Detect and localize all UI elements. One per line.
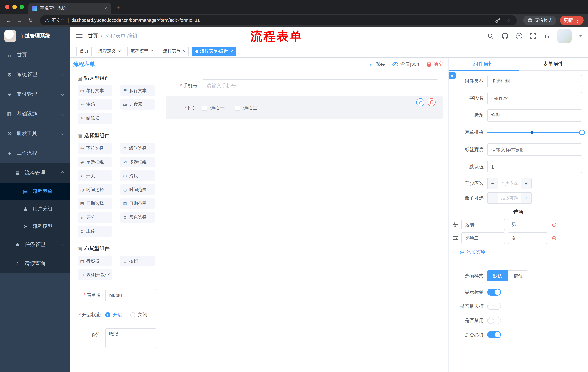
forward-icon[interactable]: → (15, 17, 24, 23)
tag-close-icon[interactable]: × (230, 49, 233, 54)
label-width-input[interactable] (487, 143, 582, 156)
sidebar-item-user-group[interactable]: ♟ 用户分组 (0, 200, 70, 218)
option-value-input[interactable] (508, 232, 547, 244)
chip-date-picker[interactable]: ▦日期选择 (77, 198, 112, 209)
chip-time-picker[interactable]: ◷时间选择 (77, 184, 112, 195)
sidebar-item-dev-tools[interactable]: ⚒ 研发工具 (0, 124, 70, 143)
sidebar-collapse-icon[interactable] (76, 34, 83, 38)
canvas-field-phone[interactable]: 手机号 请输入手机号 (166, 79, 443, 93)
option-value-input[interactable] (508, 219, 547, 230)
title-input[interactable] (487, 109, 582, 122)
copy-component-button[interactable] (416, 98, 424, 106)
browser-update-button[interactable]: 更新 ⋮ (560, 16, 584, 25)
minimize-window-button[interactable] (12, 5, 17, 9)
tag-close-icon[interactable]: × (183, 49, 186, 54)
decrease-button[interactable]: − (488, 192, 498, 203)
browser-menu-icon[interactable]: ⋮ (575, 18, 580, 23)
chip-button[interactable]: ⊡按钮 (120, 255, 155, 266)
sidebar-item-process-model[interactable]: ➤ 流程模型 (0, 218, 70, 235)
back-icon[interactable]: ← (4, 17, 13, 23)
chip-checkbox-group[interactable]: ☑多选框组 (120, 157, 155, 167)
tag-process-model[interactable]: 流程模型 × (127, 46, 157, 56)
avatar-caret-icon[interactable] (579, 35, 582, 37)
reload-icon[interactable]: ↻ (26, 17, 35, 24)
sidebar-item-home[interactable]: ⌂ 首页 (0, 45, 70, 65)
chip-single-line-text[interactable]: ▭单行文本 (77, 85, 112, 96)
chip-date-range[interactable]: ▩日期范围 (120, 198, 155, 209)
sidebar-item-process-form[interactable]: ▤ 流程表单 (0, 183, 70, 200)
avatar[interactable] (557, 29, 572, 43)
sidebar-item-task-management[interactable]: ⋔ 任务管理 (0, 235, 70, 254)
phone-input[interactable]: 请输入手机号 (202, 79, 439, 93)
gender-option2-checkbox[interactable]: 选项二 (235, 105, 258, 111)
chip-editor[interactable]: ✎编辑器 (77, 113, 112, 124)
option-name-input[interactable] (461, 232, 505, 244)
form-grid-slider[interactable] (487, 126, 582, 139)
drag-handle-icon[interactable] (453, 235, 459, 241)
bookmark-star-icon[interactable]: ☆ (505, 17, 512, 24)
slider-handle[interactable] (579, 130, 585, 135)
sidebar-item-payment[interactable]: ¥ 支付管理 (0, 85, 70, 104)
remove-option-icon[interactable]: ⊖ (552, 235, 557, 241)
default-value-input[interactable] (487, 160, 582, 173)
chip-row-container[interactable]: ▤行容器 (77, 255, 112, 266)
max-select-value[interactable]: 最多可选 (498, 192, 521, 203)
sidebar-item-leave-query[interactable]: ♙ 请假查询 (0, 254, 70, 273)
github-icon[interactable] (502, 33, 508, 39)
browser-tab[interactable]: 芋道管理系统 × (28, 2, 111, 14)
chip-password[interactable]: •••密码 (77, 99, 112, 110)
component-type-select[interactable]: 多选框组 (487, 75, 582, 87)
drag-handle-icon[interactable] (453, 222, 459, 227)
sidebar-item-infrastructure[interactable]: ▥ 基础设施 (0, 104, 70, 124)
field-name-input[interactable] (487, 92, 582, 105)
tag-close-icon[interactable]: × (118, 49, 121, 54)
chip-cascader[interactable]: ⋔级联选择 (120, 143, 155, 154)
close-window-button[interactable] (5, 5, 10, 9)
sidebar-item-system[interactable]: ⚙ 系统管理 (0, 65, 70, 85)
status-on-radio[interactable]: 开启 (105, 309, 122, 321)
gender-option1-checkbox[interactable]: 选项一 (202, 105, 225, 111)
link-icon[interactable]: ∞ (449, 72, 456, 79)
min-select-value[interactable]: 至少应选 (498, 178, 521, 189)
option-name-input[interactable] (461, 219, 505, 230)
view-json-button[interactable]: 查看json (392, 61, 419, 67)
zoom-window-button[interactable] (20, 5, 24, 9)
clear-button[interactable]: 清空 (426, 61, 443, 67)
form-remark-textarea[interactable]: 嘿嘿 (105, 328, 157, 348)
chip-color-picker[interactable]: ⊛颜色选择 (120, 212, 155, 223)
password-key-icon[interactable] (494, 17, 501, 24)
tag-home[interactable]: 首页 (76, 46, 92, 56)
save-button[interactable]: ✓ 保存 (369, 61, 385, 67)
chip-switch[interactable]: ◐开关 (77, 170, 112, 181)
border-switch[interactable] (487, 303, 501, 310)
chip-time-range[interactable]: ◴时间范围 (120, 184, 155, 195)
chip-counter[interactable]: 123计数器 (120, 99, 155, 110)
tab-form-props[interactable]: 表单属性 (518, 57, 588, 70)
increase-button[interactable]: + (521, 192, 531, 203)
delete-component-button[interactable] (428, 98, 436, 106)
tab-component-props[interactable]: 组件属性 (449, 57, 518, 70)
chip-table[interactable]: ⊞表格[开发中] (77, 269, 112, 280)
style-default-button[interactable]: 默认 (487, 270, 508, 281)
tag-process-form[interactable]: 流程表单 × (160, 46, 189, 56)
tab-close-icon[interactable]: × (104, 5, 108, 11)
incognito-chip[interactable]: 无痕模式 (523, 16, 556, 25)
required-switch[interactable] (487, 331, 501, 338)
breadcrumb-home[interactable]: 首页 (88, 33, 98, 39)
increase-button[interactable]: + (521, 178, 531, 189)
tag-close-icon[interactable]: × (151, 49, 153, 54)
show-label-switch[interactable] (487, 289, 501, 296)
chip-multi-line-text[interactable]: ☰多行文本 (120, 85, 155, 96)
sidebar-item-process-management[interactable]: ≣ 流程管理 (0, 163, 70, 183)
chip-slider[interactable]: ⊷滑块 (120, 170, 155, 181)
search-icon[interactable] (487, 33, 494, 39)
form-name-input[interactable] (105, 289, 157, 301)
sidebar-item-workflow[interactable]: ⊞ 工作流程 (0, 143, 70, 163)
font-size-icon[interactable]: TT (544, 33, 549, 39)
chip-rate[interactable]: ☆评分 (77, 212, 112, 223)
chip-radio-group[interactable]: ◉单选框组 (77, 157, 112, 167)
address-bar[interactable]: ⚠ 不安全 | dashboard.yudao.iocoder.cn/bpm/m… (40, 15, 517, 25)
add-option-button[interactable]: ⊕ 添加选项 (460, 249, 588, 255)
disabled-switch[interactable] (487, 317, 501, 324)
chip-upload[interactable]: ↥上传 (77, 226, 112, 237)
